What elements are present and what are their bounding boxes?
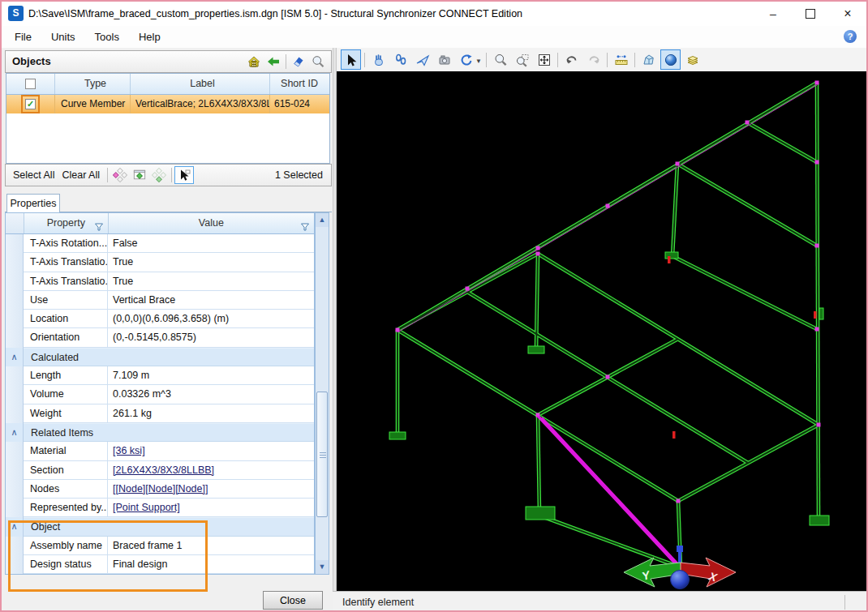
status-separator — [844, 595, 845, 610]
grid-gutter-header — [6, 213, 24, 233]
view-next-button — [583, 49, 604, 70]
property-row[interactable]: Orientation(0,-0.5145,0.8575) — [6, 328, 314, 347]
objects-title: Objects — [12, 51, 51, 72]
row-gutter — [6, 442, 24, 460]
row-short-id: 615-024 — [270, 95, 324, 113]
rotate-view-button[interactable]: ▼ — [456, 49, 476, 70]
collapse-icon[interactable]: ∧ — [6, 348, 24, 366]
property-name: Location — [24, 310, 108, 328]
property-row[interactable]: T-Axis Translatio...True — [6, 272, 314, 291]
measure-button[interactable] — [611, 49, 631, 70]
scroll-down-button[interactable]: ▼ — [316, 560, 329, 574]
property-name: Nodes — [24, 480, 108, 499]
fly-button[interactable] — [412, 49, 432, 70]
row-gutter — [6, 310, 24, 328]
header-checkbox[interactable] — [25, 79, 36, 89]
display-style-button[interactable] — [660, 49, 681, 70]
property-name: Material — [24, 442, 108, 460]
row-gutter — [6, 234, 24, 253]
column-property[interactable]: Property — [24, 213, 109, 233]
row-gutter — [6, 499, 24, 517]
property-name: T-Axis Translatio... — [24, 253, 108, 272]
property-row[interactable]: Nodes[[Node][Node][Node]] — [6, 480, 314, 499]
clear-all-button[interactable]: Clear All — [62, 169, 100, 181]
select-arrow-button[interactable] — [341, 49, 361, 70]
property-value-link[interactable]: [[Node][Node][Node]] — [108, 480, 314, 499]
menu-help[interactable]: Help — [129, 26, 170, 48]
property-value-link[interactable]: [36 ksi] — [108, 442, 314, 460]
table-row[interactable]: ✓ Curve Member VerticalBrace; 2L6X4X3/8X… — [6, 95, 329, 113]
home-icon[interactable] — [246, 53, 262, 70]
row-gutter — [6, 404, 24, 423]
back-arrow-icon[interactable] — [265, 53, 281, 70]
column-short-id[interactable]: Short ID — [270, 74, 324, 94]
search-icon[interactable] — [310, 53, 326, 70]
objects-table: Type Label Short ID ✓ Curve Member Verti… — [6, 73, 330, 164]
annotation-rectangle — [8, 520, 208, 592]
row-label: VerticalBrace; 2L6X4X3/8X3/8LL... — [131, 95, 270, 113]
clip-volume-button[interactable] — [638, 49, 659, 70]
menu-tools[interactable]: Tools — [85, 26, 129, 48]
window-area-button[interactable] — [512, 49, 532, 70]
section-header-calculated[interactable]: ∧Calculated — [6, 348, 314, 366]
property-value: 0.03326 m^3 — [108, 385, 314, 404]
fit-view-button[interactable] — [534, 49, 554, 70]
collapse-icon[interactable]: ∧ — [6, 423, 24, 442]
selected-count: 1 Selected — [275, 169, 323, 181]
levels-button[interactable] — [682, 49, 703, 70]
menu-units[interactable]: Units — [41, 26, 85, 48]
row-checkbox[interactable]: ✓ — [25, 99, 36, 109]
property-row[interactable]: Material[36 ksi] — [6, 442, 314, 460]
viewport-3d[interactable]: YX — [337, 71, 868, 591]
property-row[interactable]: UseVertical Brace — [6, 291, 314, 310]
clear-fence-icon[interactable] — [112, 167, 128, 183]
dropdown-caret[interactable]: ▼ — [475, 58, 482, 65]
property-row[interactable]: Length7.109 m — [6, 366, 314, 385]
status-bar: Identify element — [333, 591, 866, 612]
row-checkbox-cell[interactable]: ✓ — [6, 95, 55, 113]
property-row[interactable]: Section[2L6X4X3/8X3/8LLBB] — [6, 461, 314, 480]
column-type[interactable]: Type — [55, 74, 131, 94]
properties-grid-header: Property Value — [5, 212, 315, 234]
close-window-button[interactable]: × — [829, 2, 866, 26]
fit-selection-icon[interactable] — [131, 167, 148, 183]
help-icon[interactable]: ? — [844, 30, 857, 43]
objects-table-header: Type Label Short ID — [6, 74, 329, 95]
property-row[interactable]: T-Axis Translatio...True — [6, 253, 314, 272]
row-gutter — [6, 328, 24, 347]
wipe-icon[interactable] — [290, 53, 307, 70]
pan-hand-button[interactable] — [368, 49, 389, 70]
select-all-button[interactable]: Select All — [13, 169, 54, 181]
section-header-related-items[interactable]: ∧Related Items — [6, 423, 314, 442]
column-value[interactable]: Value — [109, 213, 314, 233]
scroll-up-button[interactable]: ▲ — [316, 213, 329, 227]
menu-file[interactable]: File — [5, 26, 41, 48]
close-button[interactable]: Close — [263, 591, 323, 610]
pointer-mode-button[interactable] — [174, 166, 194, 184]
view-previous-button[interactable] — [561, 49, 582, 70]
zoom-button[interactable] — [490, 49, 510, 70]
property-row[interactable]: Volume0.03326 m^3 — [6, 385, 314, 404]
select-all-checkbox-cell[interactable] — [6, 74, 55, 94]
property-value: (0,-0.5145,0.8575) — [108, 328, 314, 347]
minimize-button[interactable]: – — [754, 2, 792, 26]
property-value-link[interactable]: [2L6X4X3/8X3/8LLBB] — [108, 461, 314, 480]
properties-tabstrip: Properties — [5, 194, 332, 212]
property-name: T-Axis Translatio... — [24, 272, 108, 291]
scrollbar-thumb[interactable] — [316, 392, 328, 517]
property-value-link[interactable]: [Point Support] — [108, 499, 314, 517]
maximize-button[interactable] — [792, 2, 829, 26]
fence-icon[interactable] — [151, 167, 167, 183]
view-toolbar: ▼ — [337, 48, 868, 71]
walk-button[interactable] — [390, 49, 410, 70]
property-row[interactable]: Represented by...[Point Support] — [6, 499, 314, 517]
column-label[interactable]: Label — [131, 74, 270, 94]
property-name: T-Axis Rotation... — [24, 234, 108, 253]
camera-button[interactable] — [434, 49, 454, 70]
property-row[interactable]: Location(0,0,0)(0,6.096,3.658) (m) — [6, 310, 314, 328]
wireframe-model[interactable]: YX — [337, 71, 868, 591]
tab-properties[interactable]: Properties — [6, 194, 60, 212]
property-name: Length — [24, 366, 108, 385]
property-row[interactable]: Weight261.1 kg — [6, 404, 314, 423]
property-row[interactable]: T-Axis Rotation...False — [6, 234, 314, 253]
